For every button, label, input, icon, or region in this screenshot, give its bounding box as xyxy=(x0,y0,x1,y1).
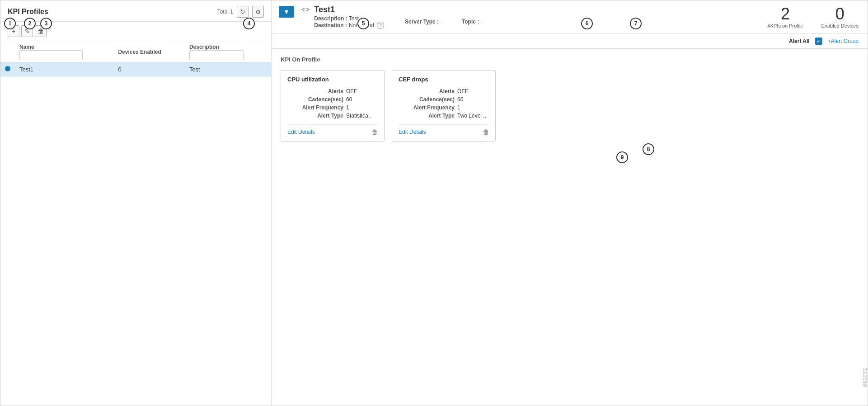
kpi-freq-val-cef: 1 xyxy=(457,104,489,111)
profile-name: Test1 xyxy=(314,5,384,14)
kpis-count: 2 xyxy=(768,6,803,22)
row-devices: 0 xyxy=(113,62,185,77)
add-alert-group-button[interactable]: +Alert Group xyxy=(828,38,859,44)
description-filter-input[interactable] xyxy=(189,50,244,60)
callout-6: 6 xyxy=(581,18,593,29)
kpi-card-footer-cef: Edit Details 🗑 xyxy=(399,124,489,136)
callout-4: 4 xyxy=(243,18,255,29)
kpi-cadence-row-cef: Cadence(sec) 60 xyxy=(399,96,489,103)
name-filter-input[interactable] xyxy=(19,50,83,60)
kpi-card-cpu: CPU utilization Alerts OFF Cadence(sec) … xyxy=(281,70,385,142)
total-count: Total 1 xyxy=(217,9,233,15)
kpi-card-footer-cpu: Edit Details 🗑 xyxy=(287,124,378,136)
table-container: Name Devices Enabled Description xyxy=(0,41,271,406)
refresh-button[interactable]: ↻ xyxy=(237,6,249,18)
kpi-cadence-row-cpu: Cadence(sec) 60 xyxy=(287,96,378,103)
col-name: Name xyxy=(15,41,113,62)
kpi-section-title: KPI On Profile xyxy=(281,56,859,63)
watermark: 522099 xyxy=(862,368,868,387)
right-panel: ▼ <> Test1 Description : Test Destinatio… xyxy=(272,0,868,406)
row-name: Test1 xyxy=(15,62,113,77)
kpis-stat: 2 #KPIs on Profile xyxy=(768,6,803,28)
table-header-row: Name Devices Enabled Description xyxy=(0,41,271,62)
kpi-card-cef: CEF drops Alerts OFF Cadence(sec) 60 Ale… xyxy=(392,70,496,142)
callout-7: 7 xyxy=(630,18,642,29)
table-row[interactable]: Test1 0 Test xyxy=(0,62,271,77)
kpi-type-val-cpu: Statistica.. xyxy=(346,113,378,119)
kpi-cadence-val-cef: 60 xyxy=(457,96,489,103)
callout-8: 8 xyxy=(643,143,654,155)
kpi-card-title-cef: CEF drops xyxy=(399,76,489,83)
kpi-alerts-val-cpu: OFF xyxy=(346,88,378,94)
callout-3: 3 xyxy=(40,18,52,29)
profile-meta-destination: Destination : Not Found ? xyxy=(314,22,384,29)
kpi-cards: CPU utilization Alerts OFF Cadence(sec) … xyxy=(281,70,859,142)
main-container: 1 2 3 4 5 6 7 8 9 KPI Profiles Total 1 ↻… xyxy=(0,0,868,406)
kpi-freq-row-cef: Alert Frequency 1 xyxy=(399,104,489,111)
row-description: Test xyxy=(185,62,271,77)
profiles-table: Name Devices Enabled Description xyxy=(0,41,271,77)
profile-meta-description: Description : Test xyxy=(314,15,384,22)
left-panel: KPI Profiles Total 1 ↻ ⚙ + ✎ 🗑 Name xyxy=(0,0,272,406)
kpi-section: KPI On Profile CPU utilization Alerts OF… xyxy=(272,49,868,149)
callout-1: 1 xyxy=(4,18,16,29)
kpi-type-row-cef: Alert Type Two Level .. xyxy=(399,113,489,119)
left-panel-header: KPI Profiles Total 1 ↻ ⚙ xyxy=(0,0,271,22)
devices-stat: 0 Enabled Devices xyxy=(821,6,859,28)
edit-details-cef[interactable]: Edit Details xyxy=(399,129,426,135)
callout-5: 5 xyxy=(357,18,369,29)
kpi-alerts-row-cef: Alerts OFF xyxy=(399,88,489,94)
alert-all-label: Alert All xyxy=(789,38,810,44)
kpi-type-val-cef: Two Level .. xyxy=(457,113,489,119)
header-right: Total 1 ↻ ⚙ xyxy=(217,6,264,18)
settings-button[interactable]: ⚙ xyxy=(252,6,264,18)
col-description: Description xyxy=(185,41,271,62)
col-devices: Devices Enabled xyxy=(113,41,185,62)
stats-area: 2 #KPIs on Profile 0 Enabled Devices xyxy=(768,6,859,28)
devices-label: Enabled Devices xyxy=(821,23,859,28)
col-radio xyxy=(0,41,15,62)
alert-all-checkbox[interactable]: ✓ xyxy=(815,38,822,45)
filter-icon: ▼ xyxy=(283,8,290,15)
profile-meta-row: Server Type : - Topic : - xyxy=(405,19,484,25)
kpis-label: #KPIs on Profile xyxy=(768,23,803,28)
kpi-alerts-val-cef: OFF xyxy=(457,88,489,94)
row-radio xyxy=(0,62,15,77)
kpi-type-row-cpu: Alert Type Statistica.. xyxy=(287,113,378,119)
callout-2: 2 xyxy=(24,18,36,29)
kpi-card-title-cpu: CPU utilization xyxy=(287,76,378,83)
server-type-group: Server Type : - xyxy=(405,19,444,25)
kpi-cadence-val-cpu: 60 xyxy=(346,96,378,103)
callout-9: 9 xyxy=(616,151,628,163)
delete-kpi-cef[interactable]: 🗑 xyxy=(483,128,489,136)
edit-details-cpu[interactable]: Edit Details xyxy=(287,129,315,135)
devices-count: 0 xyxy=(821,6,859,22)
profile-info: Test1 Description : Test Destination : N… xyxy=(314,5,384,29)
alert-row: Alert All ✓ +Alert Group xyxy=(272,34,868,49)
destination-help-icon[interactable]: ? xyxy=(377,22,384,29)
code-brackets-icon: <> xyxy=(301,6,310,13)
kpi-alerts-row-cpu: Alerts OFF xyxy=(287,88,378,94)
delete-kpi-cpu[interactable]: 🗑 xyxy=(371,128,378,136)
kpi-freq-row-cpu: Alert Frequency 1 xyxy=(287,104,378,111)
topic-group: Topic : - xyxy=(462,19,484,25)
kpi-freq-val-cpu: 1 xyxy=(346,104,378,111)
panel-title: KPI Profiles xyxy=(8,8,48,16)
filter-button[interactable]: ▼ xyxy=(279,6,294,18)
